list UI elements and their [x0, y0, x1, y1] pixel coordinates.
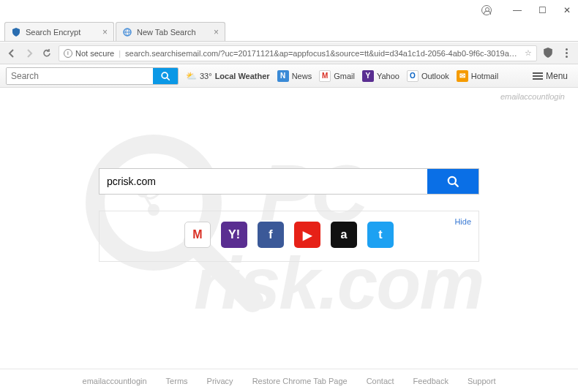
- temp: 33°: [200, 72, 212, 80]
- toolbar-link-outlook[interactable]: OOutlook: [407, 70, 449, 82]
- quick-link-twitter[interactable]: t: [367, 222, 394, 248]
- close-window-button[interactable]: ✕: [562, 5, 572, 15]
- close-icon[interactable]: ×: [102, 27, 108, 37]
- toolbar-link-label: Outlook: [421, 72, 449, 80]
- account-icon[interactable]: [481, 5, 492, 15]
- gmail-icon: M: [319, 70, 331, 82]
- quick-link-yahoo[interactable]: Y!: [221, 222, 247, 248]
- svg-point-1: [162, 72, 168, 78]
- close-icon[interactable]: ×: [214, 27, 219, 37]
- quick-links-box: Hide MY!f▶at: [99, 211, 479, 262]
- quick-link-gmail[interactable]: M: [184, 222, 211, 248]
- url-text: search.searchisemail.com/?uc=20171121&ap…: [125, 49, 520, 58]
- maximize-button[interactable]: ☐: [537, 5, 547, 15]
- toolbar-link-label: Yahoo: [377, 72, 399, 80]
- toolbar-link-news[interactable]: NNews: [277, 70, 312, 82]
- tab-new-tab-search[interactable]: New Tab Search ×: [116, 22, 225, 41]
- window-titlebar: — ☐ ✕: [0, 0, 578, 20]
- hide-link[interactable]: Hide: [454, 217, 471, 226]
- toolbar-link-gmail[interactable]: MGmail: [319, 70, 355, 82]
- security-label: Not secure: [75, 49, 114, 58]
- tab-search-encrypt[interactable]: Search Encrypt ×: [4, 22, 114, 41]
- main-search-input[interactable]: [100, 169, 427, 194]
- info-icon: i: [64, 49, 72, 58]
- hotmail-icon: ✉: [457, 70, 468, 82]
- toolbar-link-yahoo[interactable]: YYahoo: [362, 70, 399, 82]
- footer-link[interactable]: Privacy: [207, 377, 233, 385]
- main-search-button[interactable]: [427, 169, 478, 194]
- toolbar-link-hotmail[interactable]: ✉Hotmail: [457, 70, 498, 82]
- main-search: [99, 168, 479, 195]
- forward-button[interactable]: [23, 48, 35, 59]
- menu-label: Menu: [546, 71, 568, 81]
- toolbar-link-label: News: [292, 72, 312, 80]
- star-icon[interactable]: ☆: [525, 48, 532, 58]
- page-toolbar: ⛅ 33° Local Weather NNewsMGmailYYahooOOu…: [0, 64, 578, 88]
- chrome-menu-button[interactable]: [560, 48, 572, 59]
- weather-label: Local Weather: [215, 72, 270, 80]
- page-menu-button[interactable]: Menu: [528, 69, 572, 83]
- svg-line-11: [455, 184, 457, 186]
- page-body: emailaccountlogin PCrisk.com Hide MY!f▶a…: [0, 88, 578, 369]
- footer-link[interactable]: emailaccountlogin: [83, 377, 147, 385]
- hamburger-icon: [533, 72, 543, 80]
- outlook-icon: O: [407, 70, 419, 82]
- tab-label: New Tab Search: [137, 28, 196, 37]
- footer-link[interactable]: Feedback: [413, 377, 448, 385]
- toolbar-link-label: Hotmail: [471, 72, 498, 80]
- news-icon: N: [277, 70, 289, 82]
- yahoo-icon: Y: [362, 70, 374, 82]
- shield-icon: [11, 27, 21, 37]
- quick-link-amazon[interactable]: a: [331, 222, 357, 248]
- toolbar-search-input[interactable]: [7, 68, 153, 84]
- toolbar-search: [6, 67, 179, 85]
- toolbar-search-button[interactable]: [153, 68, 178, 84]
- minimize-button[interactable]: —: [512, 5, 522, 15]
- footer-link[interactable]: Restore Chrome Tab Page: [252, 377, 348, 385]
- back-button[interactable]: [6, 48, 18, 59]
- reload-button[interactable]: [41, 48, 53, 59]
- tab-bar: Search Encrypt × New Tab Search ×: [0, 20, 578, 42]
- svg-line-2: [168, 78, 170, 80]
- extension-shield-icon[interactable]: [543, 48, 555, 59]
- svg-point-10: [448, 177, 456, 184]
- quick-link-facebook[interactable]: f: [258, 222, 284, 248]
- globe-icon: [122, 27, 132, 37]
- footer-link[interactable]: Contact: [367, 377, 394, 385]
- footer-link[interactable]: Terms: [166, 377, 188, 385]
- quick-link-youtube[interactable]: ▶: [294, 222, 320, 248]
- footer: emailaccountloginTermsPrivacyRestore Chr…: [0, 369, 578, 392]
- address-bar-row: i Not secure | search.searchisemail.com/…: [0, 42, 578, 64]
- toolbar-link-label: Gmail: [334, 72, 355, 80]
- sun-icon: ⛅: [186, 71, 197, 81]
- address-bar[interactable]: i Not secure | search.searchisemail.com/…: [59, 45, 537, 61]
- tab-label: Search Encrypt: [26, 28, 80, 37]
- weather-widget[interactable]: ⛅ 33° Local Weather: [186, 71, 270, 81]
- footer-link[interactable]: Support: [468, 377, 496, 385]
